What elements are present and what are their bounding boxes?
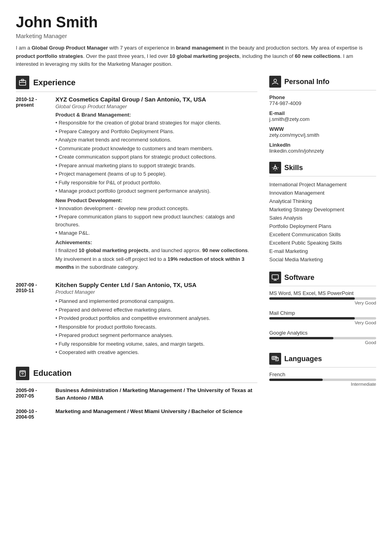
edu-degree-2: Marketing and Management / West Miami Un… [55,408,257,415]
software-icon [269,272,281,283]
bullet-item: Prepare communication plans to support n… [55,213,257,228]
exp-date-2: 2007-09 -2010-11 [16,281,55,357]
exp-role-1: Global Group Product Manager [55,103,257,109]
exp-achievement-1: I finalized 10 global marketing projects… [55,247,257,255]
svg-point-5 [274,79,277,82]
progress-bar-french [269,379,376,381]
bullet-item: Planned and implemented promotional camp… [55,297,257,305]
progress-label-french: Intermediate [269,382,376,387]
candidate-title: Marketing Manager [16,33,376,39]
edu-entry-1: 2005-09 -2007-05 Business Administration… [16,387,257,402]
exp-entry-1: 2010-12 -present XYZ Cosmetics Capital G… [16,96,257,272]
bullet-item: Prepare Category and Portfolio Deploymen… [55,128,257,136]
language-name-french: French [269,371,376,377]
software-name-ga: Google Analytics [269,330,376,336]
progress-label-ms: Very Good [269,300,376,305]
svg-rect-0 [19,80,26,85]
resume-page: John Smith Marketing Manager I am a Glob… [0,0,392,555]
skill-item: E-mail Marketing [269,247,376,255]
left-column: Experience 2010-12 -present XYZ Cosmetic… [16,76,269,539]
info-linkedin: LinkedIn linkedin.com/in/johnzety [269,142,376,154]
bullet-item: Prepared and delivered effective marketi… [55,306,257,314]
skill-item: Excellent Communication Skills [269,230,376,239]
skills-section: Skills International Project Management … [269,162,376,264]
exp-entry-2: 2007-09 -2010-11 Kitchen Supply Center L… [16,281,257,357]
info-www: WWW zety.com/mycv/j.smith [269,126,376,138]
education-icon [16,367,29,380]
info-email: E-mail j.smith@zety.com [269,110,376,122]
bullet-item: Cooperated with creative agencies. [55,348,257,356]
skill-item: Marketing Strategy Development [269,205,376,214]
info-phone: Phone 774-987-4009 [269,94,376,106]
info-linkedin-label: LinkedIn [269,142,376,148]
personal-info-header: Personal Info [269,76,376,90]
software-item-mailchimp: Mail Chimp Very Good [269,310,376,325]
personal-info-title: Personal Info [284,78,329,86]
progress-fill-ga [269,337,333,339]
software-item-ga: Google Analytics Good [269,330,376,345]
exp-bullets-product: Responsible for the creation of global b… [55,119,257,195]
skills-icon [269,162,281,174]
bullet-item: Analyze market trends and recommend solu… [55,136,257,144]
exp-achievement-2: My involvement in a stock sell-off proje… [55,255,257,271]
exp-role-2: Product Manager [55,289,257,295]
languages-icon [269,353,281,365]
exp-subheader-achievements: Achievements: [55,239,257,245]
languages-section: Languages French Intermediate [269,353,376,387]
progress-bar-ms [269,297,376,300]
progress-bar-ga [269,337,376,339]
software-header: Software [269,272,376,286]
skill-item: Sales Analysis [269,214,376,222]
personal-info-section: Personal Info Phone 774-987-4009 E-mail … [269,76,376,154]
edu-entry-2: 2000-10 -2004-05 Marketing and Managemen… [16,408,257,420]
exp-content-1: XYZ Cosmetics Capital Group / San Antoni… [55,96,257,272]
skill-item: Social Media Marketing [269,255,376,264]
info-phone-value: 774-987-4009 [269,100,376,106]
software-item-ms: MS Word, MS Excel, MS PowerPoint Very Go… [269,290,376,305]
svg-rect-1 [21,79,24,81]
language-item-french: French Intermediate [269,371,376,387]
exp-company-1: XYZ Cosmetics Capital Group / San Antoni… [55,96,257,103]
exp-content-2: Kitchen Supply Center Ltd / San Antonio,… [55,281,257,357]
personal-info-icon [269,76,281,88]
bullet-item: Fully responsible for P&L of product por… [55,179,257,187]
skill-item: Analytical Thinking [269,197,376,205]
progress-fill-mailchimp [269,317,355,320]
candidate-summary: I am a Global Group Product Manager with… [16,44,376,69]
skill-item: Innovation Management [269,189,376,197]
info-linkedin-value: linkedin.com/in/johnzety [269,148,376,154]
progress-label-mailchimp: Very Good [269,320,376,325]
edu-content-1: Business Administration / Marketing Mana… [55,387,257,402]
progress-fill-french [269,379,323,381]
right-column: Personal Info Phone 774-987-4009 E-mail … [269,76,376,539]
exp-subheader-npd: New Product Development: [55,197,257,203]
info-www-value: zety.com/mycv/j.smith [269,132,376,138]
bullet-item: Prepared product segment performance ana… [55,331,257,339]
info-email-label: E-mail [269,110,376,116]
edu-date-1: 2005-09 -2007-05 [16,387,55,402]
languages-header: Languages [269,353,376,367]
progress-bar-mailchimp [269,317,376,320]
header-section: John Smith Marketing Manager I am a Glob… [16,14,376,69]
info-www-label: WWW [269,126,376,132]
software-name-ms: MS Word, MS Excel, MS PowerPoint [269,290,376,296]
exp-bullets-2: Planned and implemented promotional camp… [55,297,257,356]
experience-header: Experience [16,76,257,92]
info-email-value: j.smith@zety.com [269,116,376,122]
bullet-item: Prepare annual marketing plans to suppor… [55,162,257,170]
info-phone-label: Phone [269,94,376,100]
main-body: Experience 2010-12 -present XYZ Cosmetic… [16,76,376,539]
skills-header: Skills [269,162,376,176]
bullet-item: Communicate product knowledge to custome… [55,145,257,153]
skills-title: Skills [284,164,303,172]
progress-fill-ms [269,297,355,300]
exp-bullets-npd: Innovation development - develop new pro… [55,205,257,237]
experience-icon [16,76,29,89]
progress-label-ga: Good [269,340,376,345]
bullet-item: Responsible for product portfolio foreca… [55,323,257,331]
software-section: Software MS Word, MS Excel, MS PowerPoin… [269,272,376,345]
edu-content-2: Marketing and Management / West Miami Un… [55,408,257,420]
bullet-item: Provided product portfolios and competit… [55,314,257,322]
education-header: Education [16,367,257,383]
experience-section: Experience 2010-12 -present XYZ Cosmetic… [16,76,257,357]
